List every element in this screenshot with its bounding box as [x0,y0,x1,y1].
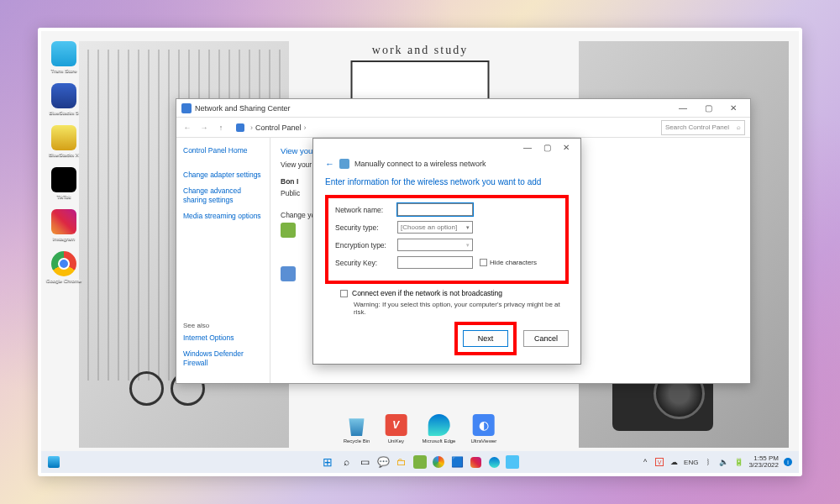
breadcrumb-root[interactable]: Control Panel [255,123,302,132]
window-title: Network and Sharing Center [195,104,671,113]
sidebar-adapter-settings[interactable]: Change adapter settings [183,171,263,180]
date-text: 3/23/2022 [748,462,779,469]
monitor-screen: work and study Trans Store BlueStacks 5 … [38,28,802,476]
taskbar-app-1[interactable] [413,455,427,469]
icon-label: Microsoft Edge [422,438,455,444]
search-icon[interactable]: ⌕ [339,455,353,469]
hide-characters-checkbox[interactable] [480,259,487,266]
desktop-icon-column: Trans Store BlueStacks 5 BlueStacks X Ti… [48,41,80,283]
unikey-icon [385,414,407,436]
icon-label: Instagram [53,236,76,241]
desktop-icon-tiktok[interactable]: TikTok [48,167,80,199]
desktop-icon-edge[interactable]: Microsoft Edge [422,414,455,444]
window-titlebar[interactable]: Network and Sharing Center — ▢ ✕ [176,99,750,118]
forward-button[interactable]: → [198,122,210,134]
encryption-type-label: Encryption type: [335,241,391,249]
chrome-icon [51,251,76,276]
volume-icon[interactable]: 🔈 [718,457,728,467]
desktop-icon-ultraviewer[interactable]: UltraViewer [470,414,496,444]
start-button[interactable]: ⊞ [321,455,334,469]
taskbar-app-3[interactable] [506,455,519,469]
sidebar-home[interactable]: Control Panel Home [183,146,263,155]
wireless-icon [339,159,349,169]
encryption-type-select[interactable]: ▾ [397,239,473,251]
form-highlight-area: Network name: Security type: [Choose an … [325,195,569,284]
chevron-down-icon: ▾ [466,242,470,249]
close-button[interactable]: ✕ [722,101,745,116]
chat-icon[interactable]: 💬 [376,455,390,469]
widgets-button[interactable] [48,456,60,468]
wallpaper-title: work and study [372,44,468,57]
taskbar[interactable]: ⊞ ⌕ ▭ 💬 🗀 🟦 ^ V ☁ ENG ⧘ 🔈 🔋 1:55 PM 3/23… [41,451,799,473]
icon-label: Trans Store [50,68,76,73]
clock[interactable]: 1:55 PM 3/23/2022 [748,455,779,469]
icon-label: UniKey [388,438,404,444]
battery-icon[interactable]: 🔋 [733,457,743,467]
tray-chevron-icon[interactable]: ^ [640,457,650,467]
active-network-name: Bon I [281,177,298,186]
broadcast-checkbox[interactable] [340,290,348,297]
language-indicator[interactable]: ENG [684,459,698,466]
search-icon: ⌕ [737,123,741,131]
address-bar: ← → ↑ › Control Panel › Search Control P… [176,118,750,138]
broadcast-label: Connect even if the network is not broad… [352,289,502,297]
breadcrumb-icon [236,123,244,132]
wifi-icon[interactable]: ⧘ [703,457,713,467]
maximize-button[interactable]: ▢ [696,101,720,116]
close-button[interactable]: ✕ [557,140,575,154]
edge-icon [428,414,449,436]
desktop-middle-icons: Recycle Bin UniKey Microsoft Edge UltraV… [344,414,497,444]
taskbar-center: ⊞ ⌕ ▭ 💬 🗀 🟦 [321,455,519,469]
icon-label: Recycle Bin [344,438,370,444]
setup-network-icon[interactable] [281,223,296,238]
desktop-icon-bluestacks5[interactable]: BlueStacks 5 [48,83,80,115]
cancel-button[interactable]: Cancel [523,330,569,347]
desktop-icon-recycle-bin[interactable]: Recycle Bin [344,414,370,444]
trans-store-icon [51,41,76,66]
troubleshoot-icon[interactable] [281,266,296,281]
network-name-label: Network name: [335,206,391,214]
tiktok-icon [51,167,76,192]
minimize-button[interactable]: — [671,101,695,116]
desktop-icon-trans-store[interactable]: Trans Store [48,41,80,73]
tray-onedrive-icon[interactable]: ☁ [669,457,679,467]
instagram-icon [51,209,76,234]
sidebar-advanced-sharing[interactable]: Change advanced sharing settings [183,186,263,205]
security-type-label: Security type: [335,223,391,232]
tray-unikey-icon[interactable]: V [655,458,664,466]
dialog-title: Manually connect to a wireless network [354,160,486,168]
security-key-input[interactable] [397,256,473,269]
search-placeholder: Search Control Panel [665,123,729,131]
back-button[interactable]: ← [181,122,193,134]
icon-label: BlueStacks 5 [49,110,78,115]
taskbar-chrome-icon[interactable] [432,455,445,469]
explorer-icon[interactable]: 🗀 [395,455,408,469]
maximize-button[interactable]: ▢ [538,140,556,154]
dialog-instruction: Enter information for the wireless netwo… [325,177,569,186]
desktop-icon-instagram[interactable]: Instagram [48,209,80,241]
notification-icon[interactable]: i [784,458,792,466]
sidebar-media-streaming[interactable]: Media streaming options [183,212,263,221]
network-name-input[interactable] [397,203,473,216]
desktop-icon-chrome[interactable]: Google Chrome [48,251,80,283]
desktop-icon-unikey[interactable]: UniKey [385,414,407,444]
desktop-icon-bluestacksx[interactable]: BlueStacks X [48,125,80,157]
task-view-icon[interactable]: ▭ [358,455,371,469]
back-arrow-icon[interactable]: ← [325,159,334,169]
dialog-titlebar[interactable]: — ▢ ✕ [313,139,580,155]
see-also-firewall[interactable]: Windows Defender Firewall [183,349,267,368]
icon-label: BlueStacks X [49,152,79,157]
taskbar-app-2[interactable]: 🟦 [450,455,464,469]
up-button[interactable]: ↑ [215,122,227,134]
bluestacks-icon [51,83,76,108]
taskbar-instagram-icon[interactable] [469,455,482,469]
search-input[interactable]: Search Control Panel ⌕ [661,120,745,135]
minimize-button[interactable]: — [518,140,537,154]
security-type-select[interactable]: [Choose an option]▾ [397,221,473,234]
breadcrumb[interactable]: › Control Panel › [232,121,656,134]
yellow-app-icon [51,125,76,150]
next-button[interactable]: Next [463,330,508,347]
taskbar-edge-icon[interactable] [487,455,501,469]
icon-label: UltraViewer [470,438,496,444]
see-also-internet-options[interactable]: Internet Options [183,333,267,343]
